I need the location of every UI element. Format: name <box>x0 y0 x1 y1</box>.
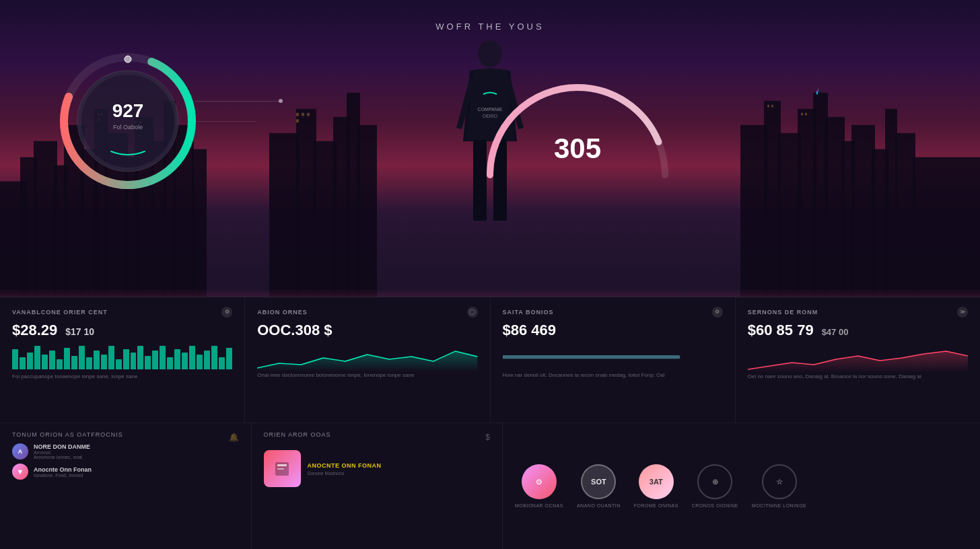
card-saita-bonios: SAITA BONIOS ⚙ $86 469 How nar denoli ol… <box>491 297 736 423</box>
category-circle-3: ⊕ <box>697 464 732 499</box>
card4-sub: Oel no nare souno ano, Danaig al. Broanc… <box>748 373 968 380</box>
card4-sparkline <box>748 346 968 373</box>
category-label-0: MOBIONAR OCNAS <box>515 503 563 508</box>
card1-title: VANABLCONE ORIER CENT <box>12 309 108 316</box>
svg-rect-22 <box>777 133 801 301</box>
card4-icon[interactable]: ≫ <box>957 307 968 318</box>
card1-bars <box>12 346 232 369</box>
category-label-4: MOCITNINE LONINGE <box>752 503 806 508</box>
card1-icon[interactable]: ⚙ <box>221 307 232 318</box>
svg-rect-41 <box>767 105 769 108</box>
bar-item <box>71 356 77 369</box>
bottom-card2-dollar-icon[interactable]: $ <box>485 433 490 442</box>
card1-value: $28.29 <box>12 322 57 339</box>
bar-item <box>20 357 26 369</box>
bar-item <box>189 346 195 369</box>
card2-title: ABION ORNES <box>257 309 308 316</box>
bar-item <box>197 355 203 369</box>
category-item-4[interactable]: ☆ MOCITNINE LONINGE <box>752 464 806 508</box>
bottom-card2-title: ORIEN AROR OOAS <box>264 431 331 438</box>
card3-value: $86 469 <box>503 322 723 339</box>
bottom-card1-header: TONUM ORION AS OATFROCNIS 🔔 <box>12 431 239 443</box>
card4-value: $60 85 79 <box>748 322 814 339</box>
svg-text:305: 305 <box>554 133 601 164</box>
bottom-card2-header: ORIEN AROR OOAS $ <box>264 431 491 443</box>
bar-item <box>64 348 70 369</box>
list-name-1: NORE DON DANME <box>34 443 239 450</box>
card1-sub: Fol paccupanope Ionaenope ionpe sane, io… <box>12 373 232 380</box>
card-sernons-ronm: SERNONS DE RONM ≫ $60 85 79 $47 00 <box>736 297 980 423</box>
card3-header: SAITA BONIOS ⚙ <box>503 307 723 318</box>
svg-rect-38 <box>302 113 304 116</box>
svg-rect-20 <box>740 125 767 302</box>
card4-title: SERNONS DE RONM <box>748 309 818 316</box>
list-desc-2: Ionallone, Fond, innned <box>34 473 239 478</box>
svg-rect-64 <box>277 464 287 466</box>
bar-item <box>86 357 92 369</box>
svg-rect-37 <box>296 113 299 116</box>
bar-item <box>167 357 173 369</box>
bar-item <box>137 346 143 369</box>
svg-rect-43 <box>801 113 803 116</box>
list-item-2: ▼ Anocnte Onn Fonan Ionallone, Fond, inn… <box>12 464 239 480</box>
bar-item <box>174 349 180 369</box>
gauge-right: 305 <box>477 40 665 175</box>
category-label-1: ANANO OUANTIN <box>577 503 621 508</box>
category-label-3: CRONOS OIONINE <box>692 503 738 508</box>
cards-top-row: VANABLCONE ORIER CENT ⚙ $28.29 $17 10 Fo… <box>0 297 980 424</box>
card1-header: VANABLCONE ORIER CENT ⚙ <box>12 307 232 318</box>
svg-rect-44 <box>805 113 807 116</box>
svg-rect-46 <box>818 89 818 92</box>
svg-rect-40 <box>296 119 299 122</box>
dashboard-panel: VANABLCONE ORIER CENT ⚙ $28.29 $17 10 Fo… <box>0 297 980 549</box>
bar-item <box>226 348 232 369</box>
card2-icon[interactable]: ◯ <box>467 307 478 318</box>
category-item-1[interactable]: SOT ANANO OUANTIN <box>577 464 621 508</box>
bar-item <box>79 346 85 369</box>
bar-item <box>108 346 114 369</box>
svg-rect-19 <box>357 125 377 302</box>
category-item-0[interactable]: ⊙ MOBIONAR OCNAS <box>515 464 563 508</box>
svg-rect-39 <box>307 113 310 116</box>
list-item-1: A NORE DON DANME Arneoac Annonone ionnec… <box>12 443 239 460</box>
bar-item <box>101 355 107 369</box>
category-item-3[interactable]: ⊕ CRONOS OIONINE <box>692 464 738 508</box>
bar-item <box>123 349 129 369</box>
category-circle-1: SOT <box>581 464 616 499</box>
hero-background: WOFR THE YOUS COMPANIE OEIRO <box>0 0 980 302</box>
bar-item <box>145 356 151 369</box>
bar-item <box>49 351 55 369</box>
bar-item <box>12 349 18 369</box>
bar-item <box>182 353 188 369</box>
gauge-left: 927 Fol Oabole <box>54 47 202 195</box>
cards-bottom-row: TONUM ORION AS OATFROCNIS 🔔 A NORE DON D… <box>0 423 980 549</box>
svg-text:927: 927 <box>112 100 144 121</box>
bar-item <box>219 357 225 369</box>
svg-rect-31 <box>913 157 980 301</box>
card-variable-order: VANABLCONE ORIER CENT ⚙ $28.29 $17 10 Fo… <box>0 297 245 423</box>
bar-item <box>42 355 48 369</box>
category-item-2[interactable]: 3AT FOROME ONINAS <box>634 464 678 508</box>
bottom-card2-illustration <box>264 450 301 487</box>
bar-item <box>160 346 166 369</box>
avatar-2: ▼ <box>12 464 28 480</box>
svg-rect-16 <box>313 141 337 301</box>
card3-sparkline <box>503 344 723 371</box>
bar-item <box>211 346 217 369</box>
bottom-card1-title: TONUM ORION AS OATFROCNIS <box>12 431 123 438</box>
bottom-card2-content: Anocnte Onn Fonan Sonone Modnons <box>264 450 491 487</box>
bottom-card1-bell-icon[interactable]: 🔔 <box>229 433 239 442</box>
hero-title: WOFR THE YOUS <box>435 22 544 32</box>
card3-icon[interactable]: ⚙ <box>712 307 723 318</box>
category-label-2: FOROME ONINAS <box>634 503 678 508</box>
card1-second-value: $17 10 <box>65 326 94 337</box>
card4-header: SERNONS DE RONM ≫ <box>748 307 968 318</box>
card1-value-row: $28.29 $17 10 <box>12 322 232 340</box>
card2-header: ABION ORNES ◯ <box>257 307 477 318</box>
category-circle-2: 3AT <box>639 464 674 499</box>
svg-rect-45 <box>816 91 818 94</box>
list-text-2: Anocnte Onn Fonan Ionallone, Fond, innne… <box>34 466 239 478</box>
svg-rect-42 <box>771 105 773 108</box>
categories-section: ⊙ MOBIONAR OCNAS SOT ANANO OUANTIN 3AT F… <box>503 423 980 549</box>
svg-text:Fol Oabole: Fol Oabole <box>113 124 143 131</box>
